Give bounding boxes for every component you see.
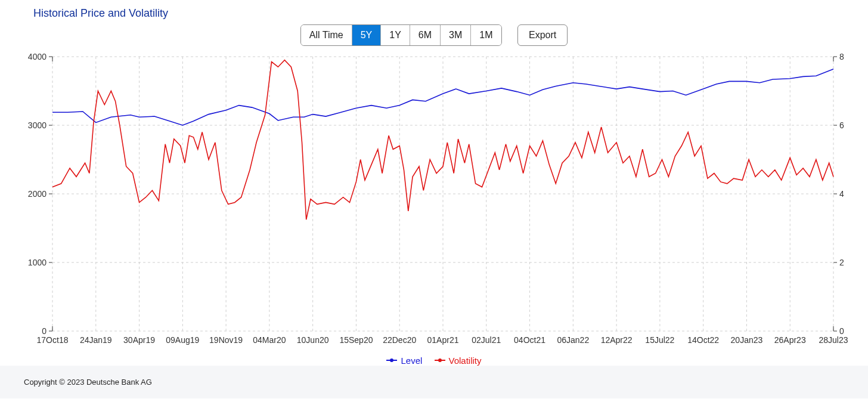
svg-text:06Jan22: 06Jan22: [557, 335, 589, 345]
range-button-5y[interactable]: 5Y: [352, 25, 381, 45]
range-button-all-time[interactable]: All Time: [301, 25, 352, 45]
range-button-3m[interactable]: 3M: [440, 25, 470, 45]
svg-text:8: 8: [839, 52, 844, 61]
range-button-1m[interactable]: 1M: [470, 25, 501, 45]
svg-text:24Jan19: 24Jan19: [80, 335, 112, 345]
svg-text:04Oct21: 04Oct21: [514, 335, 545, 345]
svg-text:01Apr21: 01Apr21: [427, 335, 459, 345]
chart-controls: All Time5Y1Y6M3M1M Export: [10, 24, 858, 51]
legend-label: Level: [401, 356, 422, 366]
svg-text:26Apr23: 26Apr23: [774, 335, 806, 345]
svg-text:15Jul22: 15Jul22: [645, 335, 674, 345]
svg-text:19Nov19: 19Nov19: [209, 335, 243, 345]
svg-text:0: 0: [42, 326, 46, 336]
line-icon: [435, 360, 445, 361]
svg-text:2000: 2000: [28, 189, 46, 199]
svg-text:1000: 1000: [28, 258, 46, 267]
svg-text:02Jul21: 02Jul21: [472, 335, 501, 345]
svg-text:6: 6: [839, 120, 844, 130]
svg-text:28Jul23: 28Jul23: [819, 335, 848, 345]
footer-copyright: Copyright © 2023 Deutsche Bank AG: [0, 366, 868, 398]
svg-text:2: 2: [839, 258, 844, 267]
range-button-group: All Time5Y1Y6M3M1M: [300, 24, 502, 46]
svg-text:20Jan23: 20Jan23: [731, 335, 763, 345]
svg-text:0: 0: [839, 326, 844, 336]
legend-item-volatility[interactable]: Volatility: [435, 356, 482, 366]
line-icon: [386, 360, 397, 361]
legend-label: Volatility: [449, 356, 482, 366]
svg-text:14Oct22: 14Oct22: [687, 335, 719, 345]
svg-text:4000: 4000: [28, 52, 46, 61]
price-volatility-chart[interactable]: 010002000300040000246817Oct1824Jan1930Ap…: [11, 51, 857, 361]
svg-text:10Jun20: 10Jun20: [297, 335, 329, 345]
svg-text:15Sep20: 15Sep20: [339, 335, 373, 345]
chart-svg: 010002000300040000246817Oct1824Jan1930Ap…: [11, 51, 857, 349]
legend-item-level[interactable]: Level: [386, 356, 422, 366]
range-button-1y[interactable]: 1Y: [380, 25, 410, 45]
svg-text:12Apr22: 12Apr22: [601, 335, 633, 345]
chart-legend: Level Volatility: [11, 351, 857, 366]
export-button[interactable]: Export: [517, 24, 568, 46]
svg-text:22Dec20: 22Dec20: [383, 335, 416, 345]
svg-text:3000: 3000: [28, 120, 46, 130]
svg-text:4: 4: [839, 189, 844, 199]
svg-text:04Mar20: 04Mar20: [253, 335, 286, 345]
svg-text:30Apr19: 30Apr19: [123, 335, 155, 345]
range-button-6m[interactable]: 6M: [410, 25, 440, 45]
svg-text:09Aug19: 09Aug19: [166, 335, 199, 345]
page-title: Historical Price and Volatility: [10, 5, 858, 24]
svg-text:17Oct18: 17Oct18: [37, 335, 69, 345]
